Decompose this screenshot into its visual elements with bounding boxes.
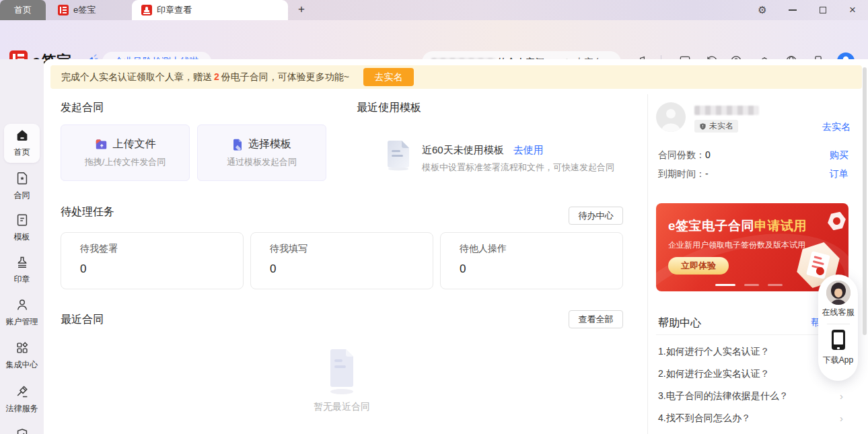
empty-contracts-text: 暂无最近合同: [268, 401, 416, 413]
seal-tab-icon: [141, 5, 152, 15]
task-card-others[interactable]: 待他人操作 0: [440, 232, 623, 289]
use-template-link[interactable]: 去使用: [513, 144, 544, 155]
task-count: 0: [270, 262, 276, 276]
try-now-button[interactable]: 立即体验: [668, 257, 729, 275]
carousel-dot[interactable]: [768, 284, 783, 286]
chevron-right-icon: ›: [840, 412, 843, 424]
task-count: 0: [80, 262, 86, 276]
tab-seal-view-label: 印章查看: [157, 4, 192, 16]
promo-title: e签宝电子合同申请试用: [668, 217, 807, 235]
tab-seal-view[interactable]: 印章查看: [132, 0, 288, 20]
sidebar-item-integration[interactable]: 集成中心: [3, 340, 40, 371]
tab-esign[interactable]: e签宝: [51, 0, 129, 20]
carousel-dot[interactable]: [744, 284, 759, 286]
template-desc: 模板中设置标准签署流程和文件，可快速发起合同: [422, 161, 614, 174]
download-app-icon[interactable]: [832, 330, 845, 350]
contract-icon: [15, 171, 30, 186]
customer-service-avatar[interactable]: [826, 281, 851, 305]
expiry-row: 到期时间：-: [658, 168, 709, 180]
banner-highlight: 2: [212, 71, 221, 82]
title-bar: 首页 e签宝 印章查看 + ⚙ ×: [0, 0, 868, 20]
carousel-dot-active[interactable]: [715, 284, 735, 286]
upload-folder-icon: [95, 139, 108, 150]
go-realname-button[interactable]: 去实名: [363, 68, 414, 86]
window-maximize-button[interactable]: [813, 0, 833, 20]
expiry-value: -: [705, 168, 709, 179]
help-center-title: 帮助中心: [658, 316, 701, 330]
realname-banner: 完成个人实名认证领取个人章，赠送2份电子合同，可体验更多功能~ 去实名: [50, 65, 862, 89]
banner-text: 完成个人实名认证领取个人章，赠送2份电子合同，可体验更多功能~: [61, 71, 349, 83]
empty-contracts-icon: [328, 349, 356, 400]
orders-link[interactable]: 订单: [830, 168, 848, 180]
sidebar-item-seals[interactable]: 印章: [3, 255, 40, 285]
sidebar-item-templates[interactable]: 模板: [3, 213, 40, 243]
app-header: e签宝 企业风险检测上线啦 的个人空间 未实名: [0, 20, 868, 59]
esign-logo-icon: [58, 5, 69, 15]
template-file-icon: [386, 140, 411, 174]
window-minimize-button[interactable]: [783, 0, 803, 20]
promo-subtitle: 企业新用户领取电子签份数及版本试用: [668, 240, 805, 251]
titlebar-gear-icon[interactable]: ⚙: [752, 0, 772, 20]
task-count: 0: [460, 262, 466, 276]
upload-file-card[interactable]: 上传文件 拖拽/上传文件发合同: [61, 124, 190, 181]
app-window: 首页 e签宝 印章查看 + ⚙ × e签宝 企业风险检测上线啦 的个人空间: [0, 0, 868, 434]
task-card-sign[interactable]: 待我签署 0: [61, 232, 244, 289]
panel-divider: [647, 94, 648, 434]
faq-item-4[interactable]: 4.找不到合同怎么办？›: [658, 412, 848, 426]
promo-seal-graphic: [825, 209, 848, 233]
widget-divider: [827, 324, 850, 324]
window-close-button[interactable]: ×: [842, 0, 863, 20]
home-icon: [15, 128, 30, 143]
profile-avatar[interactable]: [656, 102, 686, 132]
task-card-fill[interactable]: 待我填写 0: [250, 232, 433, 289]
online-service-label[interactable]: 在线客服: [822, 307, 855, 318]
template-status-row: 近60天未使用模板 去使用: [422, 144, 544, 157]
sidebar-item-contracts[interactable]: 合同: [3, 171, 40, 201]
quota-value: 0: [705, 149, 711, 160]
sidebar-item-legal[interactable]: 法律服务: [3, 384, 40, 414]
tab-home[interactable]: 首页: [0, 0, 46, 20]
template-icon: [15, 213, 30, 227]
sidebar-item-security[interactable]: 安全: [3, 427, 40, 434]
contract-quota-row: 合同份数：0: [658, 149, 711, 161]
promo-banner[interactable]: e签宝电子合同申请试用 企业新用户领取电子签份数及版本试用 立即体验: [656, 203, 848, 291]
gavel-icon: [15, 384, 30, 399]
recent-contracts-title: 最近合同: [61, 313, 104, 327]
sidebar: 首页 合同 模板 印章 账户管理 集成中心 法律服务 安全: [0, 59, 44, 434]
profile-redacted-name: [694, 106, 759, 115]
new-tab-button[interactable]: +: [294, 2, 309, 17]
go-verify-link[interactable]: 去实名: [822, 121, 851, 133]
profile-auth-badge: 未实名: [694, 120, 738, 133]
recent-templates-title: 最近使用模板: [357, 101, 421, 115]
choose-template-card[interactable]: 选择模板 通过模板发起合同: [197, 124, 326, 181]
shield-check-icon: [15, 427, 30, 434]
tab-home-label: 首页: [14, 4, 32, 16]
buy-link[interactable]: 购买: [830, 149, 848, 161]
floating-service-widget: 在线客服 下载App: [818, 275, 858, 381]
todo-center-button[interactable]: 待办中心: [569, 207, 623, 225]
sidebar-item-home[interactable]: 首页: [3, 128, 40, 158]
carousel-indicators: [715, 284, 783, 286]
template-doc-icon: [232, 139, 243, 151]
tab-esign-label: e签宝: [73, 4, 96, 16]
sidebar-item-account[interactable]: 账户管理: [3, 297, 40, 328]
download-app-label[interactable]: 下载App: [823, 355, 853, 366]
integration-grid-icon: [15, 340, 30, 355]
pending-tasks-title: 待处理任务: [61, 205, 114, 219]
person-icon: [15, 297, 30, 312]
initiate-title: 发起合同: [61, 101, 104, 115]
faq-item-3[interactable]: 3.电子合同的法律依据是什么？›: [658, 390, 848, 404]
scrollbar-thumb[interactable]: [863, 67, 867, 335]
stamp-icon: [15, 255, 30, 270]
shield-icon: [699, 122, 707, 131]
chevron-right-icon: ›: [840, 390, 843, 402]
view-all-button[interactable]: 查看全部: [569, 310, 623, 328]
